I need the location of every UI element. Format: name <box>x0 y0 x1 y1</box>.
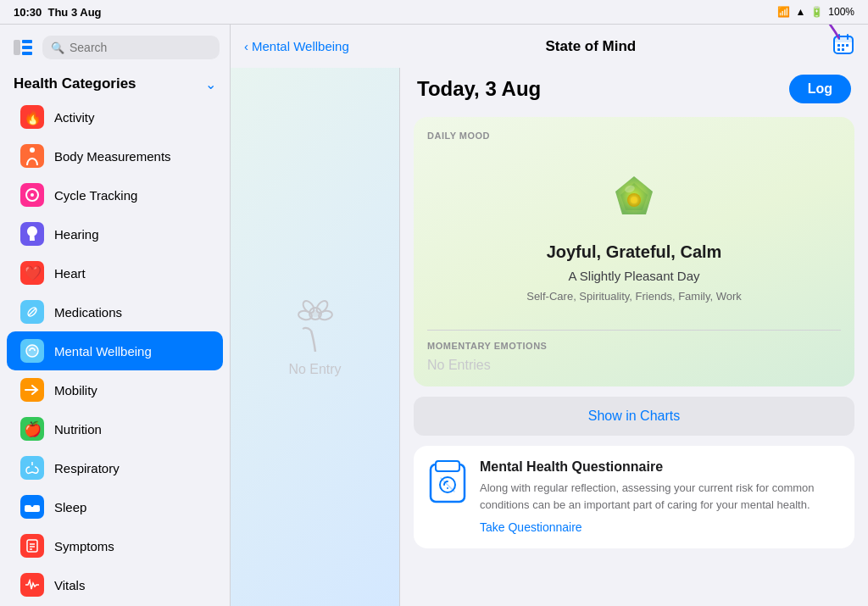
respiratory-label: Respiratory <box>54 461 120 475</box>
sidebar-item-respiratory[interactable]: Respiratory <box>7 448 223 487</box>
svg-rect-26 <box>846 44 849 47</box>
svg-rect-21 <box>834 36 853 42</box>
questionnaire-icon <box>427 459 468 511</box>
daily-mood-card: DAILY MOOD <box>414 117 854 386</box>
log-button[interactable]: Log <box>789 75 851 103</box>
right-panel: ‹ Mental Wellbeing State of Mind <box>231 25 868 606</box>
health-categories-chevron[interactable]: ⌄ <box>205 76 216 92</box>
svg-rect-2 <box>22 46 32 49</box>
activity-label: Activity <box>54 110 95 125</box>
svg-point-6 <box>31 193 34 197</box>
questionnaire-title: Mental Health Questionnaire <box>480 459 841 475</box>
svg-point-44 <box>447 487 448 489</box>
daily-mood-label: DAILY MOOD <box>427 131 841 141</box>
svg-rect-0 <box>14 40 20 55</box>
sidebar-item-heart[interactable]: ❤️ Heart <box>7 253 223 292</box>
sidebar-item-sleep[interactable]: Sleep <box>7 487 223 526</box>
no-entry-card: No Entry <box>288 297 341 377</box>
app-container: 🔍 Health Categories ⌄ 🔥 Activity Body Me… <box>0 24 868 606</box>
mood-content: Joyful, Grateful, Calm A Slightly Pleasa… <box>427 151 841 320</box>
svg-rect-25 <box>842 44 844 47</box>
status-bar: 10:30 Thu 3 Aug 📶 ▲ 🔋 100% <box>0 0 868 24</box>
calendar-button[interactable] <box>832 33 854 59</box>
body-measurements-label: Body Measurements <box>54 149 171 164</box>
sidebar-toggle-button[interactable] <box>10 35 36 60</box>
hearing-icon <box>20 222 44 246</box>
heart-label: Heart <box>54 266 86 281</box>
medications-label: Medications <box>54 305 122 320</box>
questionnaire-description: Along with regular reflection, assessing… <box>480 480 841 513</box>
main-scrollable-content: Today, 3 Aug Log DAILY MOOD <box>400 68 868 606</box>
back-button[interactable]: ‹ Mental Wellbeing <box>244 39 349 53</box>
no-entry-flower-icon <box>290 297 341 352</box>
svg-point-9 <box>26 345 38 357</box>
date-title: Today, 3 Aug <box>417 77 541 101</box>
svg-point-4 <box>30 147 35 153</box>
mobility-icon <box>20 378 44 402</box>
sidebar: 🔍 Health Categories ⌄ 🔥 Activity Body Me… <box>0 25 231 606</box>
momentary-emotions-label: MOMENTARY EMOTIONS <box>427 341 841 351</box>
vitals-icon <box>20 573 44 597</box>
main-nav: ‹ Mental Wellbeing State of Mind <box>231 25 868 68</box>
vitals-label: Vitals <box>54 578 85 592</box>
mood-flower-icon <box>600 168 668 236</box>
questionnaire-content: Mental Health Questionnaire Along with r… <box>480 459 841 535</box>
mood-title: Joyful, Grateful, Calm <box>547 242 722 262</box>
symptoms-icon <box>20 534 44 558</box>
mobility-label: Mobility <box>54 383 97 398</box>
sleep-label: Sleep <box>54 500 86 514</box>
symptoms-label: Symptoms <box>54 539 114 553</box>
sidebar-item-mental-wellbeing[interactable]: Mental Wellbeing <box>7 331 223 370</box>
status-icons: 📶 ▲ 🔋 100% <box>777 6 854 18</box>
status-time-date: 10:30 Thu 3 Aug <box>14 6 102 19</box>
svg-rect-3 <box>22 52 32 55</box>
sidebar-item-vitals[interactable]: Vitals <box>7 565 223 604</box>
nutrition-icon: 🍎 <box>20 417 44 441</box>
svg-rect-24 <box>837 44 840 47</box>
sleep-icon <box>20 495 44 519</box>
activity-icon: 🔥 <box>20 105 44 129</box>
sidebar-item-symptoms[interactable]: Symptoms <box>7 526 223 565</box>
take-questionnaire-link[interactable]: Take Questionnaire <box>480 520 582 534</box>
svg-rect-28 <box>842 48 844 51</box>
battery-percent: 100% <box>828 6 854 18</box>
cycle-tracking-label: Cycle Tracking <box>54 188 137 203</box>
nutrition-label: Nutrition <box>54 422 102 436</box>
svg-rect-1 <box>22 40 32 43</box>
no-entries-text: No Entries <box>427 358 841 373</box>
mood-subtitle: A Slightly Pleasant Day <box>568 269 699 283</box>
cycle-tracking-icon <box>20 183 44 207</box>
search-input[interactable] <box>70 41 211 54</box>
health-categories-header: Health Categories ⌄ <box>0 67 230 97</box>
svg-point-10 <box>31 347 33 349</box>
back-chevron-icon: ‹ <box>244 39 248 53</box>
sidebar-item-medications[interactable]: Medications <box>7 292 223 331</box>
search-bar[interactable]: 🔍 <box>42 36 220 59</box>
sidebar-item-nutrition[interactable]: 🍎 Nutrition <box>7 409 223 448</box>
signal-icon: ▲ <box>795 6 805 18</box>
sidebar-item-cycle-tracking[interactable]: Cycle Tracking <box>7 175 223 214</box>
svg-rect-27 <box>837 48 840 51</box>
show-in-charts-button[interactable]: Show in Charts <box>414 397 854 436</box>
svg-rect-12 <box>25 505 31 509</box>
svg-point-35 <box>312 310 319 317</box>
svg-rect-13 <box>33 505 40 509</box>
momentary-emotions-section: MOMENTARY EMOTIONS No Entries <box>427 341 841 373</box>
card-divider <box>427 330 841 331</box>
sidebar-item-hearing[interactable]: Hearing <box>7 214 223 253</box>
body-measurements-icon <box>20 144 44 168</box>
sidebar-item-mobility[interactable]: Mobility <box>7 370 223 409</box>
mental-wellbeing-label: Mental Wellbeing <box>54 344 152 359</box>
content-area: No Entry Today, 3 Aug Log DAILY MOOD <box>231 68 868 606</box>
svg-rect-42 <box>436 461 459 471</box>
svg-point-39 <box>631 197 637 203</box>
sidebar-item-body-measurements[interactable]: Body Measurements <box>7 136 223 175</box>
sidebar-item-activity[interactable]: 🔥 Activity <box>7 97 223 136</box>
medications-icon <box>20 300 44 324</box>
mental-wellbeing-icon <box>20 339 44 363</box>
no-entry-text: No Entry <box>288 362 341 377</box>
no-entry-panel: No Entry <box>231 68 400 606</box>
sidebar-top: 🔍 <box>0 25 230 67</box>
wifi-icon: 📶 <box>777 6 790 18</box>
back-label: Mental Wellbeing <box>252 39 349 53</box>
